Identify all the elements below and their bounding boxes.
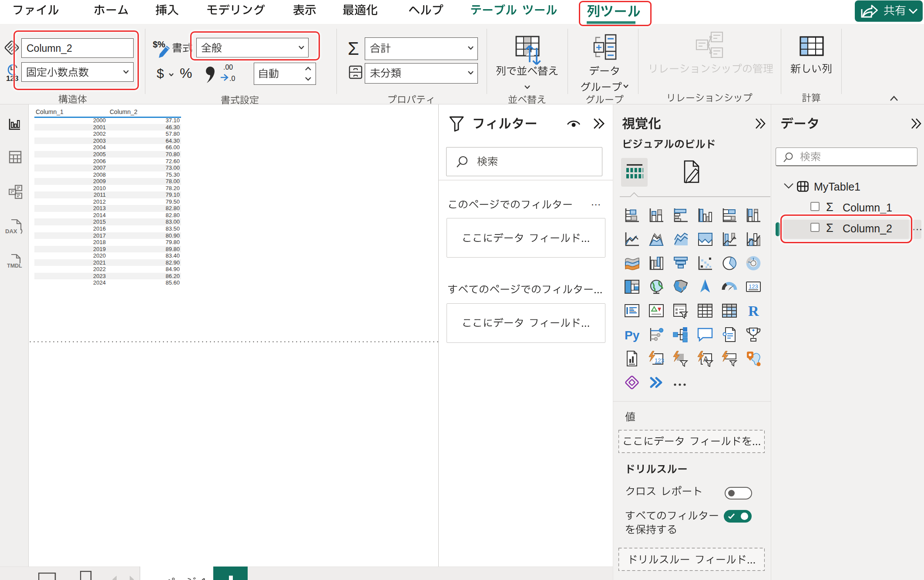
svg-text:.0: .0 <box>229 75 235 82</box>
svg-text:Py: Py <box>625 329 640 342</box>
svg-text:DAX: DAX <box>5 228 17 235</box>
svg-text:123: 123 <box>655 357 664 364</box>
svg-text:$%: $% <box>153 40 165 49</box>
svg-text:123: 123 <box>749 283 758 290</box>
svg-text:.00: .00 <box>223 64 233 71</box>
svg-text:TMDL: TMDL <box>7 263 22 269</box>
svg-text:R: R <box>748 303 759 319</box>
